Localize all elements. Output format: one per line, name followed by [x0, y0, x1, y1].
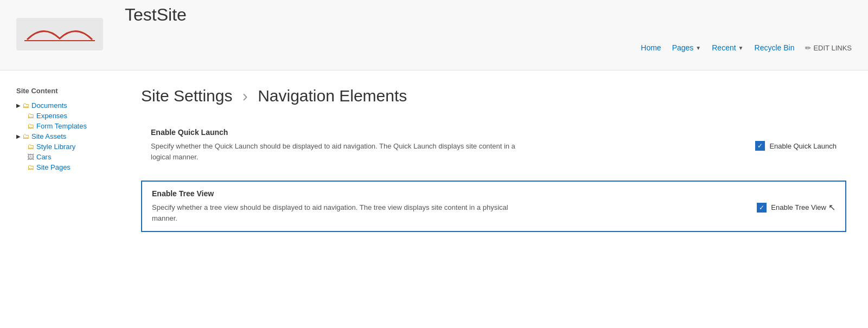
folder-icon: 🗂 [22, 132, 29, 140]
pencil-icon: ✏ [805, 44, 811, 52]
pages-chevron-icon: ▼ [695, 45, 701, 51]
edit-links-button[interactable]: ✏ EDIT LINKS [800, 42, 857, 54]
nav-bar: Home Pages ▼ Recent ▼ Recycle Bin ✏ EDIT… [635, 41, 857, 65]
nav-recent[interactable]: Recent ▼ [706, 41, 749, 54]
sidebar-item-style-library[interactable]: 🗂 Style Library [16, 142, 108, 152]
expand-arrow-icon: ▶ [16, 102, 21, 108]
folder-icon: 🗂 [22, 101, 29, 110]
folder-icon: 🗂 [27, 122, 34, 130]
site-title: TestSite [125, 5, 857, 25]
sidebar: Site Content ▶ 🗂 Documents 🗂 Expenses 🗂 … [0, 87, 108, 265]
sidebar-item-form-templates[interactable]: 🗂 Form Templates [16, 121, 108, 131]
sidebar-item-expenses[interactable]: 🗂 Expenses [16, 111, 108, 121]
tree-view-body: Specify whether a tree view should be di… [152, 202, 835, 223]
tree-view-section: Enable Tree View Specify whether a tree … [141, 181, 846, 232]
logo-area [11, 18, 108, 53]
quick-launch-body: Specify whether the Quick Launch should … [151, 141, 837, 162]
cursor-indicator: ↖ [828, 202, 835, 213]
quick-launch-control: ✓ Enable Quick Launch [755, 141, 837, 151]
page-heading: Site Settings › Navigation Elements [141, 87, 846, 105]
nav-home[interactable]: Home [635, 41, 666, 54]
tree-view-control: ✓ Enable Tree View ↖ [757, 202, 835, 213]
tree-view-title: Enable Tree View [152, 189, 835, 198]
recent-chevron-icon: ▼ [738, 45, 744, 51]
quick-launch-checkbox[interactable]: ✓ [755, 141, 765, 151]
site-logo [16, 18, 103, 50]
sidebar-item-cars[interactable]: 🖼 Cars [16, 152, 108, 162]
top-bar: TestSite Home Pages ▼ Recent ▼ Recycle B… [0, 0, 868, 70]
folder-icon: 🗂 [27, 143, 34, 151]
quick-launch-section: Enable Quick Launch Specify whether the … [141, 120, 846, 170]
folder-icon: 🗂 [27, 112, 34, 120]
nav-recycle-bin[interactable]: Recycle Bin [749, 41, 800, 54]
sidebar-title: Site Content [16, 87, 108, 95]
tree-view-control-label: Enable Tree View [771, 203, 826, 211]
content-area: Site Settings › Navigation Elements Enab… [108, 87, 868, 265]
quick-launch-control-label: Enable Quick Launch [769, 142, 837, 150]
header-right: TestSite Home Pages ▼ Recent ▼ Recycle B… [125, 5, 857, 65]
quick-launch-title: Enable Quick Launch [151, 128, 837, 137]
tree-view-description: Specify whether a tree view should be di… [152, 202, 521, 223]
sidebar-item-site-assets[interactable]: ▶ 🗂 Site Assets [16, 131, 108, 142]
svg-rect-0 [16, 18, 103, 50]
expand-arrow-icon: ▶ [16, 133, 21, 139]
tree-view-checkbox[interactable]: ✓ [757, 203, 767, 213]
folder-icon: 🗂 [27, 163, 34, 171]
image-icon: 🖼 [27, 153, 34, 161]
quick-launch-description: Specify whether the Quick Launch should … [151, 141, 520, 162]
nav-pages[interactable]: Pages ▼ [667, 41, 707, 54]
sidebar-item-documents[interactable]: ▶ 🗂 Documents [16, 100, 108, 111]
heading-separator: › [242, 87, 248, 105]
sidebar-item-site-pages[interactable]: 🗂 Site Pages [16, 162, 108, 172]
main-layout: Site Content ▶ 🗂 Documents 🗂 Expenses 🗂 … [0, 70, 868, 265]
